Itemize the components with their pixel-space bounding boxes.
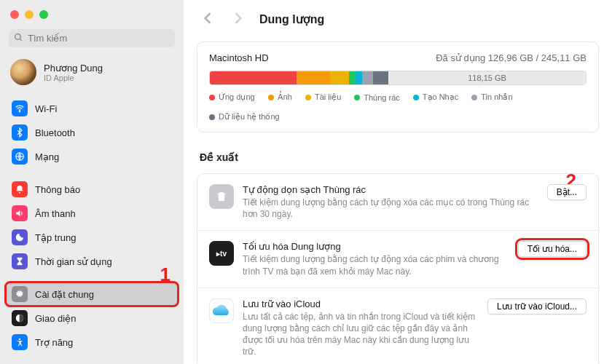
sidebar-item-label: Tập trung xyxy=(35,232,76,243)
gear-icon xyxy=(12,286,28,302)
sidebar-item-bell[interactable]: Thông báo xyxy=(6,178,178,201)
svg-point-0 xyxy=(15,33,21,39)
wifi-icon xyxy=(12,100,28,116)
disk-usage: Đã sử dụng 126,96 GB / 245,11 GB xyxy=(436,52,586,63)
hourglass-icon xyxy=(12,253,28,269)
recommendation-desc: Tiết kiệm dung lượng bằng cách tự động x… xyxy=(243,253,509,277)
svg-point-7 xyxy=(19,339,20,340)
recommendation-title: Tự động dọn sạch Thùng rác xyxy=(243,184,538,195)
svg-point-2 xyxy=(19,111,20,111)
close-icon[interactable] xyxy=(10,10,19,19)
recommendation-desc: Tiết kiệm dung lượng bằng cách tự động x… xyxy=(243,197,538,220)
legend-item: Ảnh xyxy=(268,92,292,102)
sidebar-item-label: Bluetooth xyxy=(35,127,75,138)
svg-line-1 xyxy=(20,39,22,41)
page-title: Dung lượng xyxy=(259,12,324,26)
legend-item: Tin nhắn xyxy=(471,92,512,102)
minimize-icon[interactable] xyxy=(25,10,34,19)
sidebar-item-gear[interactable]: Cài đặt chung1 xyxy=(6,282,178,306)
disk-name: Macintosh HD xyxy=(209,52,269,63)
sidebar-item-label: Cài đặt chung xyxy=(35,289,94,300)
search-icon xyxy=(14,33,23,44)
sidebar-item-label: Thông báo xyxy=(35,184,80,195)
fullscreen-icon[interactable] xyxy=(39,10,48,19)
appearance-icon xyxy=(12,310,28,326)
legend-dot-icon xyxy=(268,95,274,100)
storage-segment xyxy=(349,71,355,84)
account-sub: ID Apple xyxy=(44,74,103,82)
legend-item: Ứng dụng xyxy=(209,92,255,102)
sidebar-item-label: Mạng xyxy=(35,151,59,162)
legend-dot-icon xyxy=(209,114,215,120)
sidebar-item-hourglass[interactable]: Thời gian sử dụng xyxy=(6,250,178,273)
speaker-icon xyxy=(12,205,28,221)
search-input[interactable] xyxy=(9,29,175,47)
storage-segment xyxy=(362,71,373,84)
sidebar-item-globe[interactable]: Mạng xyxy=(6,145,178,168)
forward-button xyxy=(229,10,248,28)
account-name: Phương Dung xyxy=(44,63,103,74)
legend-dot-icon xyxy=(354,95,360,100)
search-field[interactable] xyxy=(9,29,175,47)
legend-item: Tài liệu xyxy=(305,92,341,102)
sidebar-item-label: Âm thanh xyxy=(35,208,76,219)
recommendation-row: ▸tvTối ưu hóa Dung lượngTiết kiệm dung l… xyxy=(197,231,598,288)
cloud-icon xyxy=(209,298,234,323)
legend-dot-icon xyxy=(471,95,477,100)
moon-icon xyxy=(12,229,28,245)
accessibility-icon xyxy=(12,334,28,350)
tv-icon: ▸tv xyxy=(209,241,234,266)
recommendation-title: Lưu trữ vào iCloud xyxy=(243,298,479,309)
legend-dot-icon xyxy=(413,95,419,100)
trash-icon xyxy=(209,184,234,209)
storage-segment xyxy=(373,71,388,84)
sidebar-item-accessibility[interactable]: Trợ năng xyxy=(6,331,178,354)
storage-segment xyxy=(330,71,349,84)
storage-bar[interactable]: 118,15 GB xyxy=(209,71,586,85)
account-row[interactable]: Phương Dung ID Apple xyxy=(0,55,184,95)
recommendation-row: Tự động dọn sạch Thùng rácTiết kiệm dung… xyxy=(197,174,598,231)
recommendation-action-button[interactable]: Bật... xyxy=(547,184,586,200)
disk-card: Macintosh HD Đã sử dụng 126,96 GB / 245,… xyxy=(197,41,599,132)
globe-icon xyxy=(12,149,28,165)
legend-dot-icon xyxy=(305,95,311,100)
sidebar-item-label: Wi-Fi xyxy=(35,103,57,114)
sidebar-nav: Wi-FiBluetoothMạngThông báoÂm thanhTập t… xyxy=(0,95,184,364)
sidebar-item-bluetooth[interactable]: Bluetooth xyxy=(6,121,178,144)
storage-segment xyxy=(355,71,362,84)
sidebar-item-label: Trợ năng xyxy=(35,337,73,348)
recommendations-card: 2 Tự động dọn sạch Thùng rácTiết kiệm du… xyxy=(197,173,599,364)
storage-segment xyxy=(297,71,330,84)
storage-segment xyxy=(210,71,297,84)
sidebar-item-moon[interactable]: Tập trung xyxy=(6,226,178,249)
sidebar-item-speaker[interactable]: Âm thanh xyxy=(6,202,178,225)
sidebar-item-label: Giao diện xyxy=(35,313,76,324)
sidebar-item-wifi[interactable]: Wi-Fi xyxy=(6,97,178,120)
bell-icon xyxy=(12,181,28,197)
bluetooth-icon xyxy=(12,124,28,141)
avatar xyxy=(10,59,36,85)
recommendation-row: Lưu trữ vào iCloudLưu tất cả các tệp, ản… xyxy=(197,288,598,364)
legend-item: Thùng rác xyxy=(354,92,400,102)
recommendation-action-button[interactable]: Lưu trữ vào iCloud... xyxy=(487,298,586,314)
recommendation-desc: Lưu tất cả các tệp, ảnh và tin nhắn tron… xyxy=(243,311,479,358)
recommendation-title: Tối ưu hóa Dung lượng xyxy=(243,241,509,252)
legend-dot-icon xyxy=(209,95,215,100)
svg-point-4 xyxy=(19,192,20,194)
legend-item: Dữ liệu hệ thống xyxy=(209,112,280,122)
back-button[interactable] xyxy=(198,10,217,28)
storage-free: 118,15 GB xyxy=(388,71,586,84)
sidebar-item-label: Thời gian sử dụng xyxy=(35,256,112,267)
storage-legend: Ứng dụngẢnhTài liệuThùng rácTạo NhạcTin … xyxy=(209,92,586,122)
recommendation-action-button[interactable]: Tối ưu hóa... xyxy=(518,241,586,257)
recommendations-title: Đề xuất xyxy=(200,151,596,163)
window-controls xyxy=(0,0,184,25)
legend-item: Tạo Nhạc xyxy=(413,92,458,102)
sidebar-item-appearance[interactable]: Giao diện xyxy=(6,306,178,330)
